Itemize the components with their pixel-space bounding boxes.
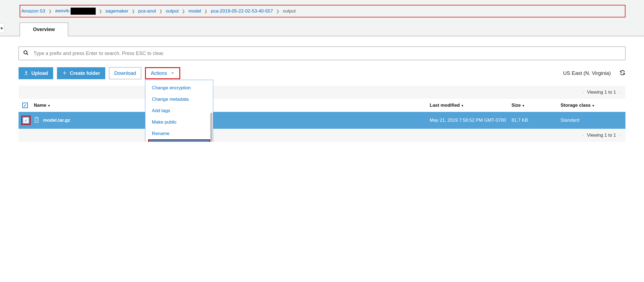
sort-caret-icon: ▼ <box>592 104 595 107</box>
region-label: US East (N. Virginia) <box>563 70 611 76</box>
list-pager-bottom: ‹ Viewing 1 to 1 › <box>19 129 625 142</box>
refresh-icon <box>619 70 625 76</box>
chevron-right-icon: ❯ <box>130 9 137 13</box>
list-pager-top: ‹ Viewing 1 to 1 › <box>19 86 625 99</box>
breadcrumb-root[interactable]: Amazon S3 <box>21 8 45 14</box>
col-name-label: Name <box>34 103 46 108</box>
breadcrumb-item[interactable]: model <box>188 8 201 14</box>
plus-icon <box>62 70 67 76</box>
upload-button[interactable]: Upload <box>19 67 53 79</box>
chevron-left-icon[interactable]: ‹ <box>582 133 584 137</box>
create-folder-label: Create folder <box>70 71 100 76</box>
breadcrumb-current: output <box>283 8 296 14</box>
menu-change-encryption[interactable]: Change encryption <box>145 82 213 94</box>
download-button[interactable]: Download <box>109 67 141 79</box>
breadcrumb-item[interactable]: output <box>166 8 179 14</box>
create-folder-button[interactable]: Create folder <box>57 67 105 79</box>
breadcrumb-bucket[interactable]: awsvik- <box>55 8 96 15</box>
search-input[interactable] <box>34 51 621 56</box>
col-size-header[interactable]: Size▼ <box>511 103 525 108</box>
col-size-label: Size <box>511 103 521 108</box>
chevron-right-icon[interactable]: › <box>619 133 621 137</box>
menu-rename[interactable]: Rename <box>145 128 213 139</box>
file-modified: May 21, 2019 7:56:52 PM GMT-0700 <box>430 118 511 123</box>
sort-caret-icon: ▼ <box>522 104 525 107</box>
upload-label: Upload <box>31 71 48 76</box>
chevron-down-icon <box>171 71 174 76</box>
breadcrumb-bucket-label[interactable]: awsvik- <box>55 8 71 13</box>
download-label: Download <box>114 71 136 76</box>
breadcrumb-item[interactable]: pca-anol <box>138 8 156 14</box>
menu-change-metadata[interactable]: Change metadata <box>145 94 213 105</box>
search-bar <box>19 47 625 60</box>
viewing-range-top: Viewing 1 to 1 <box>587 90 616 95</box>
col-class-header[interactable]: Storage class▼ <box>561 103 595 108</box>
actions-button[interactable]: Actions <box>145 67 180 79</box>
menu-delete[interactable]: Delete <box>148 139 210 142</box>
actions-dropdown: Change encryption Change metadata Add ta… <box>145 80 213 142</box>
row-checkbox-highlight <box>21 116 31 125</box>
sort-caret-icon: ▼ <box>461 104 464 107</box>
panel-expand-handle[interactable]: ▶ <box>0 23 4 33</box>
col-modified-label: Last modified <box>430 103 460 108</box>
chevron-right-icon: ❯ <box>47 9 53 13</box>
tabs: Overview <box>0 22 644 36</box>
table-row[interactable]: model.tar.gz May 21, 2019 7:56:52 PM GMT… <box>19 112 625 129</box>
file-name[interactable]: model.tar.gz <box>43 118 70 123</box>
chevron-right-icon: ❯ <box>158 9 164 13</box>
chevron-right-icon[interactable]: › <box>619 90 621 94</box>
row-checkbox[interactable] <box>23 118 29 123</box>
actions-label: Actions <box>151 71 167 76</box>
breadcrumb: Amazon S3 ❯ awsvik- ❯ sagemaker ❯ pca-an… <box>20 5 625 17</box>
viewing-range-bottom: Viewing 1 to 1 <box>587 133 616 138</box>
menu-add-tags[interactable]: Add tags <box>145 105 213 117</box>
menu-make-public[interactable]: Make public <box>145 117 213 128</box>
chevron-right-icon: ❯ <box>180 9 187 13</box>
search-icon <box>23 50 29 57</box>
breadcrumb-item[interactable]: sagemaker <box>106 8 128 14</box>
col-name-header[interactable]: Name▼ <box>34 103 50 108</box>
file-class: Standard <box>561 118 621 123</box>
chevron-left-icon[interactable]: ‹ <box>582 90 584 94</box>
dropdown-scrollbar[interactable] <box>210 113 212 142</box>
sort-caret-icon: ▼ <box>47 104 50 107</box>
file-icon <box>34 117 39 124</box>
breadcrumb-item[interactable]: pca-2019-05-22-02-53-40-557 <box>211 8 273 14</box>
redacted-region <box>71 8 96 15</box>
file-size: 81.7 KB <box>511 118 561 123</box>
col-class-label: Storage class <box>561 103 591 108</box>
select-all-checkbox[interactable] <box>22 103 28 108</box>
svg-line-1 <box>27 54 28 55</box>
upload-icon <box>24 70 29 76</box>
svg-point-0 <box>24 51 27 54</box>
chevron-right-icon: ❯ <box>203 9 209 13</box>
refresh-button[interactable] <box>619 70 625 77</box>
chevron-right-icon: ❯ <box>275 9 281 13</box>
table-header: Name▼ Last modified▼ Size▼ Storage class… <box>19 99 625 112</box>
chevron-right-icon: ❯ <box>97 9 104 13</box>
col-modified-header[interactable]: Last modified▼ <box>430 103 464 108</box>
tab-overview[interactable]: Overview <box>20 23 68 36</box>
